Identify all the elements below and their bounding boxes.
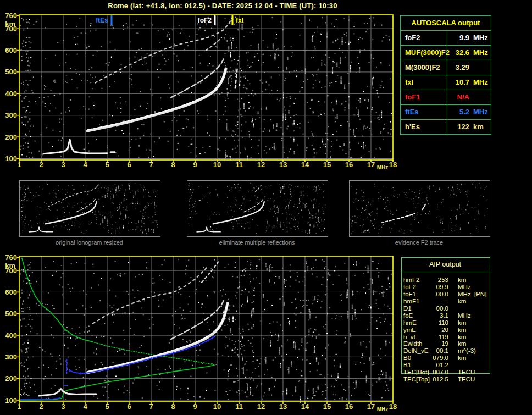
noise-dot	[27, 369, 28, 370]
noise-dot	[385, 341, 386, 342]
noise-dot	[337, 374, 339, 375]
noise-dot	[129, 185, 130, 186]
noise-dot	[45, 86, 46, 87]
noise-dot	[284, 302, 285, 303]
x-tick-label: 9	[193, 161, 197, 169]
noise-dot	[277, 218, 278, 218]
noise-dot	[170, 282, 171, 283]
noise-dot	[29, 101, 30, 102]
noise-dot	[418, 203, 418, 204]
noise-dot	[279, 298, 280, 300]
noise-dot	[356, 198, 356, 199]
noise-dot	[253, 310, 254, 311]
noise-dot	[359, 72, 360, 73]
noise-dot	[346, 280, 347, 281]
noise-dot	[257, 359, 258, 361]
noise-dot	[133, 195, 134, 195]
noise-dot	[289, 106, 290, 107]
noise-dot	[305, 204, 306, 205]
noise-dot	[376, 67, 377, 68]
noise-dot	[225, 158, 226, 159]
noise-dot	[136, 52, 137, 53]
noise-dot	[35, 391, 36, 392]
noise-dot	[342, 398, 343, 399]
noise-dot	[123, 207, 123, 208]
noise-dot	[243, 367, 244, 368]
noise-dot	[184, 49, 185, 50]
noise-dot	[182, 128, 184, 129]
noise-dot	[362, 355, 363, 356]
noise-dot	[26, 350, 27, 351]
noise-dot	[272, 147, 273, 148]
noise-dot	[41, 134, 42, 135]
noise-dot	[68, 185, 68, 186]
noise-dot	[263, 295, 264, 296]
noise-dot	[115, 234, 115, 234]
noise-dot	[318, 219, 319, 219]
noise-dot	[391, 228, 392, 229]
noise-dot	[129, 133, 130, 134]
noise-dot	[217, 148, 218, 150]
noise-dot	[30, 387, 31, 388]
noise-dot	[393, 196, 394, 196]
noise-dot	[229, 309, 230, 311]
noise-dot	[386, 375, 387, 377]
noise-dot	[190, 342, 191, 343]
noise-dot	[307, 267, 308, 268]
noise-dot	[293, 103, 295, 104]
noise-dot	[292, 219, 292, 219]
noise-dot	[153, 229, 154, 230]
noise-dot	[373, 225, 374, 226]
noise-dot	[228, 80, 229, 81]
noise-dot	[318, 295, 319, 296]
noise-dot	[24, 221, 24, 222]
es-fragment	[364, 230, 369, 231]
noise-dot	[267, 300, 268, 301]
noise-dot	[250, 281, 251, 282]
noise-dot	[305, 68, 306, 69]
noise-dot	[336, 315, 337, 316]
noise-dot	[376, 303, 377, 304]
noise-dot	[125, 217, 126, 218]
noise-dot	[291, 218, 291, 219]
noise-dot	[274, 228, 274, 228]
noise-dot	[348, 41, 350, 42]
noise-dot	[314, 198, 314, 199]
noise-dot	[384, 208, 385, 209]
noise-dot	[48, 142, 49, 143]
noise-dot	[92, 335, 93, 336]
noise-dot	[191, 139, 192, 140]
noise-dot	[381, 25, 382, 26]
noise-dot	[313, 267, 314, 268]
noise-dot	[417, 212, 417, 212]
noise-dot	[361, 157, 362, 158]
noise-dot	[159, 381, 160, 383]
noise-dot	[70, 291, 71, 292]
noise-dot	[215, 390, 216, 391]
noise-dot	[39, 187, 40, 187]
noise-dot	[236, 125, 237, 126]
noise-dot	[326, 37, 328, 38]
noise-dot	[315, 217, 315, 218]
noise-dot	[386, 373, 387, 374]
noise-dot	[45, 267, 46, 268]
noise-dot	[365, 128, 367, 129]
noise-dot	[322, 140, 323, 141]
noise-dot	[240, 152, 241, 153]
noise-dot	[84, 331, 85, 333]
noise-dot	[73, 223, 73, 223]
noise-dot	[189, 36, 190, 37]
noise-dot	[346, 283, 347, 284]
noise-dot	[313, 136, 314, 137]
noise-dot	[95, 364, 96, 365]
noise-dot	[232, 318, 234, 319]
noise-dot	[378, 275, 379, 276]
noise-dot	[381, 41, 383, 42]
noise-dot	[215, 46, 217, 47]
noise-dot	[60, 358, 61, 359]
noise-dot	[63, 40, 64, 41]
noise-dot	[376, 148, 377, 150]
noise-dot	[129, 78, 130, 79]
noise-dot	[190, 376, 191, 377]
noise-dot	[210, 229, 210, 230]
